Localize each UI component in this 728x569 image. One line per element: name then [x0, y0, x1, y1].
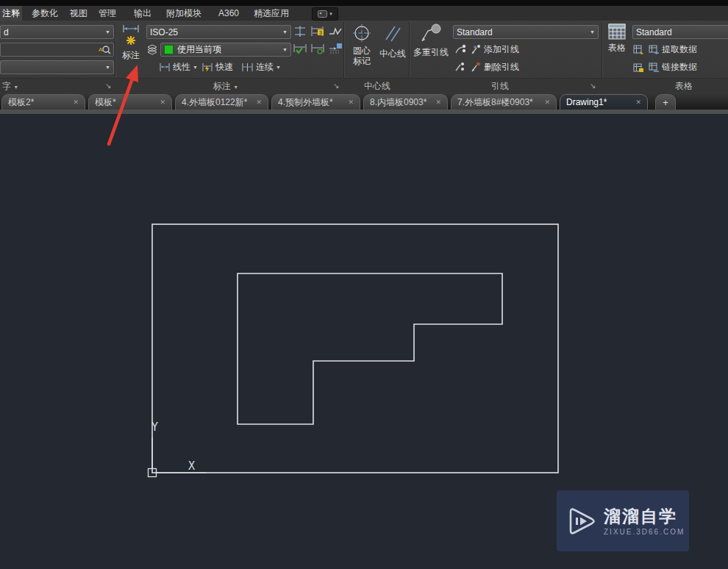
quick-dimension-button[interactable]: 快速: [201, 60, 233, 74]
linear-dimension-icon: [159, 62, 171, 72]
leader-align-icon: [454, 62, 466, 73]
ribbon-tab-output[interactable]: 输出: [132, 6, 154, 21]
leader-panel-label[interactable]: 引线: [463, 79, 537, 93]
centerline-panel-label[interactable]: 中心线: [346, 79, 409, 93]
close-icon[interactable]: ✕: [68, 99, 79, 106]
dim-style-value: ISO-25: [150, 27, 178, 37]
panel-separator: [409, 22, 410, 78]
close-icon[interactable]: ✕: [431, 99, 441, 106]
center-mark-icon: [352, 24, 371, 43]
ucs-x-label: X: [188, 459, 195, 473]
continue-dimension-icon: [241, 62, 254, 72]
inspect-dimension-icon[interactable]: [293, 43, 307, 55]
multileader-button[interactable]: 多重引线: [411, 24, 451, 76]
linear-label: 线性: [173, 61, 190, 74]
add-leader-label: 添加引线: [484, 43, 519, 56]
dim-layer-icon[interactable]: [147, 43, 158, 55]
layer-color-swatch: [164, 45, 174, 54]
ribbon-tab-annotate[interactable]: 注释: [0, 6, 22, 21]
table-label: 表格: [608, 43, 626, 53]
leader-collect-button[interactable]: [454, 43, 466, 57]
centerline-button[interactable]: 中心线: [377, 24, 408, 76]
new-tab-button[interactable]: +: [655, 94, 676, 110]
dimension-panel-label-text: 标注: [213, 81, 231, 91]
watermark: 溜溜自学 zixue.3d66.com: [557, 490, 689, 551]
quick-label: 快速: [215, 61, 233, 74]
ribbon-tab-addins[interactable]: 附加模块: [165, 6, 203, 21]
red-pointer-arrow: [96, 54, 147, 150]
plus-icon: +: [663, 97, 668, 108]
baseline-dimension-icon[interactable]: 3: [310, 25, 325, 37]
dimension-panel-launcher-icon[interactable]: ↘: [333, 81, 339, 91]
doc-tab[interactable]: 模板2* ✕: [1, 94, 85, 110]
table-button[interactable]: 表格: [604, 24, 630, 76]
table-link-style-button[interactable]: [633, 60, 644, 74]
text-panel-label-text: 字: [2, 81, 11, 91]
multileader-style-combobox[interactable]: Standard ▼: [453, 25, 599, 39]
multileader-label: 多重引线: [413, 47, 449, 57]
ucs-y-label: Y: [151, 421, 158, 434]
doc-tab-label: 8.内墙板0903*: [370, 96, 427, 109]
ribbon-tab-parametric[interactable]: 参数化: [28, 6, 62, 21]
doc-tab[interactable]: 7.外墙板8#楼0903* ✕: [451, 94, 557, 110]
chevron-down-icon: ▼: [282, 29, 288, 35]
center-mark-button[interactable]: 圆心标记: [346, 24, 377, 76]
remove-leader-label: 删除引线: [484, 61, 519, 74]
continue-dimension-button[interactable]: 连续 ▼: [241, 60, 281, 74]
doc-tab-label: 模板2*: [8, 96, 34, 109]
table-style-icon: [633, 62, 644, 73]
doc-tab[interactable]: 4.外墙板0122新* ✕: [175, 94, 268, 110]
dimension-icon: [121, 24, 141, 47]
dim-layer-combobox[interactable]: 使用当前项 ▼: [160, 43, 291, 57]
add-leader-button[interactable]: 添加引线: [471, 43, 519, 57]
ribbon-tab-manage[interactable]: 管理: [96, 6, 118, 21]
ribbon-tab-view[interactable]: 视图: [68, 6, 90, 21]
dimension-panel-label[interactable]: 标注 ▼: [189, 79, 263, 93]
doc-tab-label: Drawing1*: [566, 97, 607, 107]
chevron-down-icon: ▼: [13, 85, 18, 90]
remove-leader-button[interactable]: 删除引线: [471, 60, 519, 74]
remove-leader-icon: [471, 62, 482, 73]
leader-align-button[interactable]: [454, 60, 466, 74]
dim-style-combobox[interactable]: ISO-25 ▼: [146, 25, 291, 39]
table-cell-style-button[interactable]: [633, 43, 644, 57]
watermark-title: 溜溜自学: [604, 507, 685, 526]
ribbon-display-options-button[interactable]: ▾: [312, 7, 338, 21]
close-icon[interactable]: ✕: [343, 99, 354, 106]
multileader-icon: [419, 24, 443, 44]
ribbon-tab-a360[interactable]: A360: [215, 6, 242, 21]
extract-data-button[interactable]: 提取数据: [649, 43, 697, 57]
close-icon[interactable]: ✕: [155, 99, 165, 106]
add-leader-icon: [471, 44, 482, 55]
reassociate-dimension-icon[interactable]: [328, 43, 343, 55]
titlebar-strip: [0, 0, 728, 6]
ribbon-tab-bar: 注释 参数化 视图 管理 输出 附加模块 A360 精选应用 ▾: [0, 6, 728, 21]
doc-tab[interactable]: 4.预制外墙板* ✕: [271, 94, 360, 110]
watermark-url: zixue.3d66.com: [604, 528, 685, 536]
doc-tab-label: 4.外墙板0122新*: [182, 96, 247, 109]
text-style-combobox[interactable]: d ▼: [0, 25, 114, 39]
quick-dimension-icon: [201, 62, 213, 72]
jog-line-icon[interactable]: [328, 25, 343, 37]
outer-rectangle[interactable]: [152, 224, 558, 473]
centerline-icon: [383, 24, 402, 43]
ribbon-tab-featured-apps[interactable]: 精选应用: [252, 6, 290, 21]
update-dimension-icon[interactable]: [310, 43, 325, 55]
leader-collect-icon: [454, 44, 466, 55]
linear-dimension-button[interactable]: 线性 ▼: [159, 60, 198, 74]
stepped-polyline[interactable]: [238, 273, 502, 424]
panel-display-icon: [318, 10, 327, 18]
chevron-down-icon: ▾: [329, 11, 332, 17]
adjust-space-icon[interactable]: [293, 25, 307, 37]
close-icon[interactable]: ✕: [540, 99, 550, 106]
close-icon[interactable]: ✕: [251, 99, 262, 106]
leader-panel-launcher-icon[interactable]: ↘: [590, 81, 596, 91]
doc-tab-active[interactable]: Drawing1* ✕: [560, 94, 648, 110]
table-style-combobox[interactable]: Standard: [632, 25, 728, 39]
link-data-button[interactable]: 链接数据: [649, 60, 697, 74]
doc-tab-label: 4.预制外墙板*: [278, 96, 333, 109]
close-icon[interactable]: ✕: [631, 99, 641, 106]
text-panel-label[interactable]: 字 ▼: [0, 79, 32, 93]
table-panel-label[interactable]: 表格: [647, 79, 721, 93]
doc-tab[interactable]: 8.内墙板0903* ✕: [363, 94, 448, 110]
